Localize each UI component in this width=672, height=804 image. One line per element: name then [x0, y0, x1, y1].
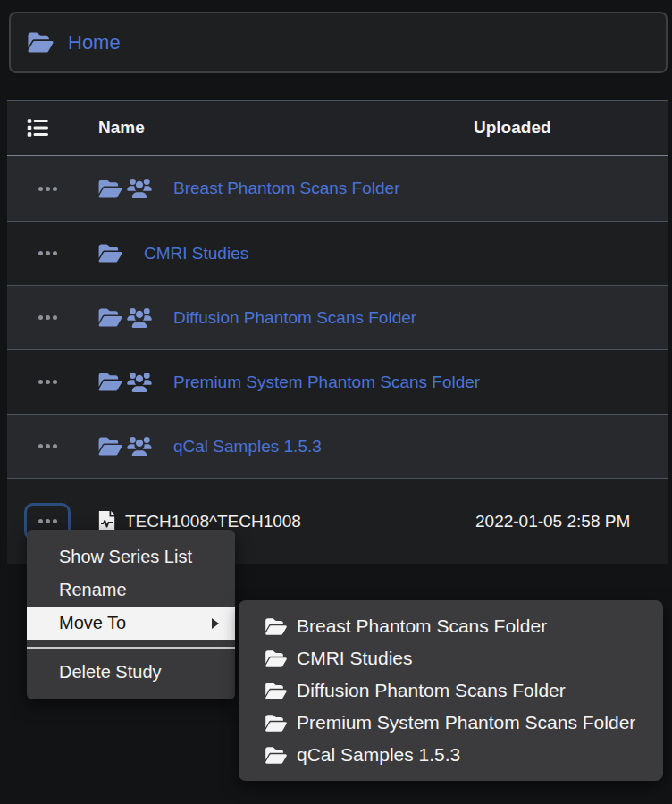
item-name-link[interactable]: Premium System Phantom Scans Folder — [173, 373, 480, 392]
item-name-link[interactable]: qCal Samples 1.5.3 — [173, 437, 322, 456]
shared-users-icon — [127, 179, 152, 198]
folder-icon — [98, 372, 122, 392]
context-menu-item[interactable]: Move To — [27, 607, 235, 640]
table-row[interactable]: Premium System Phantom Scans Folder — [7, 349, 668, 414]
row-actions-button[interactable] — [24, 235, 71, 272]
study-table: Name Uploaded Breast Phantom Sca — [7, 100, 668, 564]
context-menu-divider — [27, 647, 235, 649]
column-header-uploaded[interactable]: Uploaded — [474, 118, 551, 138]
move-to-submenu: Breast Phantom Scans Folder CMRI Studies… — [239, 600, 663, 781]
ellipsis-icon — [38, 315, 57, 320]
folder-icon — [98, 307, 122, 328]
folder-icon — [265, 649, 287, 668]
ellipsis-icon — [38, 251, 57, 255]
context-menu-item[interactable]: Show Series List — [27, 540, 235, 574]
breadcrumb-home-link[interactable]: Home — [68, 31, 121, 54]
context-menu: Show Series List Rename Move To Delete S… — [27, 530, 235, 699]
shared-users-icon — [127, 437, 152, 456]
row-actions-button[interactable] — [24, 170, 71, 207]
row-actions-button[interactable] — [24, 364, 71, 401]
ellipsis-icon — [38, 380, 57, 384]
table-row[interactable]: CMRI Studies — [7, 221, 668, 285]
uploaded-date: 2022-01-05 2:58 PM — [475, 512, 630, 532]
ellipsis-icon — [38, 187, 57, 191]
submenu-item[interactable]: qCal Samples 1.5.3 — [239, 739, 663, 771]
column-header-name[interactable]: Name — [98, 118, 145, 138]
submenu-item[interactable]: CMRI Studies — [239, 642, 663, 674]
folder-icon — [265, 682, 287, 700]
folder-icon — [98, 179, 122, 199]
item-name-link[interactable]: Diffusion Phantom Scans Folder — [173, 308, 416, 328]
table-row[interactable]: Diffusion Phantom Scans Folder — [7, 285, 668, 349]
open-folder-icon — [28, 31, 54, 54]
folder-icon — [98, 436, 122, 456]
folder-icon — [265, 746, 287, 765]
submenu-item[interactable]: Breast Phantom Scans Folder — [239, 610, 663, 642]
item-name-link[interactable]: CMRI Studies — [144, 244, 248, 264]
row-actions-button[interactable] — [24, 299, 71, 337]
context-menu-item[interactable]: Rename — [27, 574, 235, 607]
item-name-link[interactable]: Breast Phantom Scans Folder — [173, 179, 399, 198]
row-actions-button[interactable] — [24, 428, 71, 465]
shared-users-icon — [127, 373, 152, 392]
ellipsis-icon — [38, 444, 57, 448]
submenu-arrow-icon — [212, 618, 219, 629]
folder-icon — [265, 714, 287, 733]
shared-users-icon — [127, 308, 152, 328]
ellipsis-icon — [38, 519, 57, 523]
table-row[interactable]: qCal Samples 1.5.3 — [7, 414, 668, 478]
table-body: Breast Phantom Scans Folder CMRI S — [7, 156, 668, 564]
submenu-item[interactable]: Premium System Phantom Scans Folder — [239, 707, 663, 739]
table-header: Name Uploaded — [7, 101, 668, 156]
folder-icon — [98, 243, 122, 264]
breadcrumb[interactable]: Home — [9, 12, 668, 73]
item-name-link[interactable]: TECH1008^TECH1008 — [125, 512, 301, 532]
list-view-icon-button[interactable] — [27, 117, 48, 138]
list-view-icon — [27, 117, 48, 138]
table-row[interactable]: Breast Phantom Scans Folder — [7, 156, 668, 221]
folder-icon — [265, 617, 287, 636]
context-menu-item[interactable]: Delete Study — [27, 656, 235, 689]
submenu-item[interactable]: Diffusion Phantom Scans Folder — [239, 674, 663, 707]
